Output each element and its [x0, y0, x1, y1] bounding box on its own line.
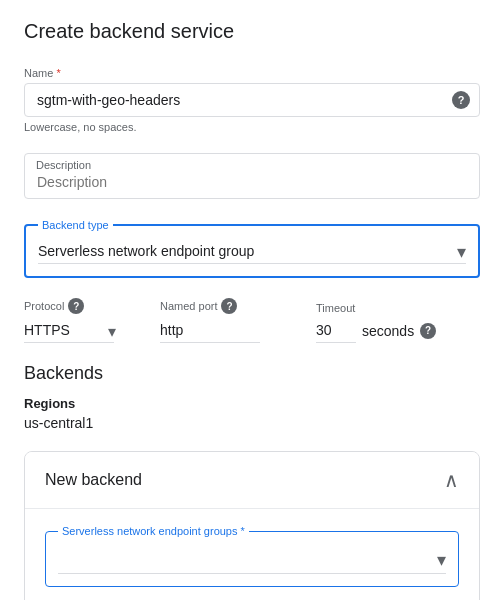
timeout-help-icon[interactable]: ? — [420, 323, 436, 339]
name-label-text: Name — [24, 67, 53, 79]
name-field-group: Name * ? Lowercase, no spaces. — [24, 67, 480, 133]
named-port-label-text: Named port — [160, 300, 217, 312]
protocol-port-timeout-row: Protocol ? HTTPS ▾ Named port ? Timeout — [24, 298, 480, 343]
named-port-col: Named port ? — [160, 298, 300, 343]
timeout-label: Timeout — [316, 302, 480, 314]
page-title: Create backend service — [24, 20, 480, 43]
protocol-select-wrapper: HTTPS ▾ — [24, 318, 144, 343]
new-backend-card: New backend ∧ Serverless network endpoin… — [24, 451, 480, 600]
description-input[interactable] — [24, 153, 480, 199]
backend-type-fieldset: Backend type Serverless network endpoint… — [24, 219, 480, 278]
name-hint: Lowercase, no spaces. — [24, 121, 480, 133]
neg-select-wrapper: ▾ — [58, 545, 446, 574]
name-help-icon[interactable]: ? — [452, 91, 470, 109]
backends-section-title: Backends — [24, 363, 480, 384]
description-label: Description — [36, 159, 91, 171]
new-backend-body: Serverless network endpoint groups * ▾ — [25, 508, 479, 600]
protocol-label: Protocol ? — [24, 298, 144, 314]
timeout-unit: seconds — [362, 323, 414, 339]
named-port-label: Named port ? — [160, 298, 300, 314]
new-backend-header[interactable]: New backend ∧ — [25, 452, 479, 508]
protocol-help-icon[interactable]: ? — [68, 298, 84, 314]
neg-fieldset: Serverless network endpoint groups * ▾ — [45, 525, 459, 587]
required-marker: * — [53, 67, 60, 79]
neg-select[interactable] — [58, 545, 446, 574]
name-input[interactable] — [24, 83, 480, 117]
timeout-col: Timeout seconds ? — [316, 302, 480, 343]
chevron-up-icon: ∧ — [444, 468, 459, 492]
backend-type-select-wrapper: Serverless network endpoint group ▾ — [38, 239, 466, 264]
description-field-group: Description — [24, 153, 480, 199]
description-input-wrapper: Description — [24, 153, 480, 199]
new-backend-title: New backend — [45, 471, 142, 489]
backends-section: Backends Regions us-central1 New backend… — [24, 363, 480, 600]
regions-label: Regions — [24, 396, 480, 411]
timeout-label-text: Timeout — [316, 302, 355, 314]
named-port-input[interactable] — [160, 318, 260, 343]
regions-value: us-central1 — [24, 415, 480, 431]
backend-type-select[interactable]: Serverless network endpoint group — [38, 239, 466, 264]
timeout-input[interactable] — [316, 318, 356, 343]
name-label: Name * — [24, 67, 480, 79]
protocol-select[interactable]: HTTPS — [24, 318, 114, 343]
backend-type-legend: Backend type — [38, 219, 113, 231]
protocol-label-text: Protocol — [24, 300, 64, 312]
name-input-wrapper: ? — [24, 83, 480, 117]
named-port-help-icon[interactable]: ? — [221, 298, 237, 314]
protocol-col: Protocol ? HTTPS ▾ — [24, 298, 144, 343]
timeout-row: seconds ? — [316, 318, 480, 343]
neg-legend: Serverless network endpoint groups * — [58, 525, 249, 537]
